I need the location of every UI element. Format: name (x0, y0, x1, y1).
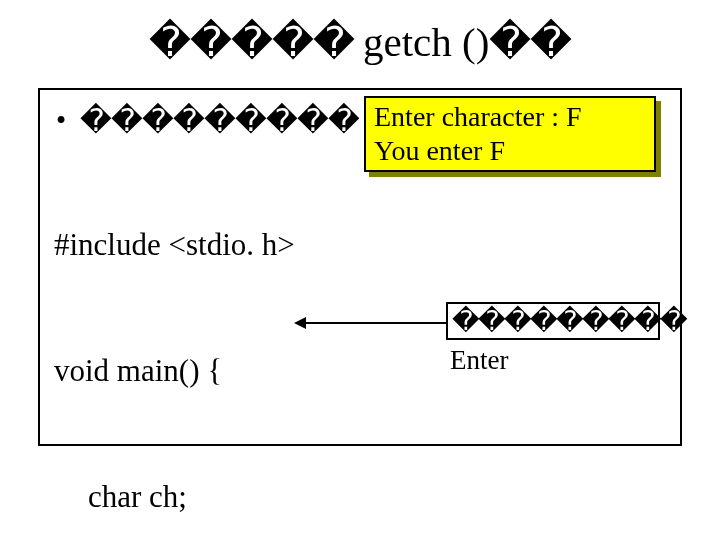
enter-label: Enter (450, 345, 508, 376)
arrow-line (300, 322, 446, 324)
code-block: #include <stdio. h> void main() { char c… (54, 140, 448, 540)
annotation-box: ��������� (446, 302, 660, 340)
output-line-1: Enter character : F (374, 100, 646, 134)
output-line-2: You enter F (374, 134, 646, 168)
code-line-main: void main() { (54, 350, 448, 392)
code-line-include: #include <stdio. h> (54, 224, 448, 266)
title-function: getch () (363, 19, 489, 65)
output-box: Enter character : F You enter F (364, 96, 656, 172)
slide-title: ����� getch ()�� (0, 18, 720, 66)
code-line-char: char ch; (54, 476, 448, 518)
title-boxes-left: ����� (149, 19, 363, 65)
bullet-marker: • (56, 104, 66, 137)
title-boxes-right: �� (489, 19, 571, 65)
bullet-boxes: ��������� (80, 102, 359, 139)
